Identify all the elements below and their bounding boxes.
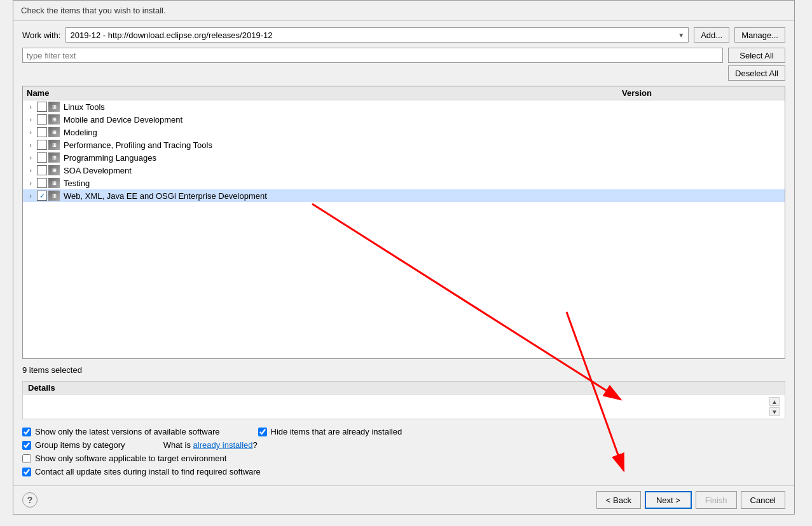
- manage-button[interactable]: Manage...: [734, 27, 785, 43]
- help-button[interactable]: ?: [22, 492, 38, 508]
- filter-input[interactable]: [22, 48, 723, 63]
- option-latest-checkbox[interactable]: [22, 428, 31, 436]
- next-button[interactable]: Next >: [645, 491, 692, 509]
- details-body: ▲ ▼: [23, 394, 785, 419]
- option-applicable[interactable]: Show only software applicable to target …: [22, 454, 226, 463]
- work-with-label: Work with:: [22, 30, 60, 40]
- tree-row[interactable]: ›✓⊞Web, XML, Java EE and OSGi Enterprise…: [23, 189, 785, 202]
- item-checkbox[interactable]: [37, 102, 47, 112]
- option-hide-installed[interactable]: Hide items that are already installed: [258, 427, 403, 436]
- items-selected-status: 9 items selected: [22, 365, 82, 375]
- expander-icon[interactable]: ›: [25, 103, 36, 111]
- item-checkbox[interactable]: ✓: [37, 191, 47, 201]
- item-checkbox[interactable]: [37, 152, 47, 163]
- scroll-up-icon[interactable]: ▲: [769, 397, 780, 406]
- item-checkbox[interactable]: [37, 140, 47, 150]
- option-contact-label: Contact all update sites during install …: [35, 467, 261, 476]
- option-group-checkbox[interactable]: [22, 441, 31, 450]
- item-label: Performance, Profiling and Tracing Tools: [61, 140, 782, 150]
- column-name: Name: [27, 88, 622, 98]
- tree-row[interactable]: ›⊞Performance, Profiling and Tracing Too…: [23, 138, 785, 151]
- item-label: Modeling: [61, 128, 782, 137]
- item-checkbox[interactable]: [37, 127, 47, 137]
- tree-row[interactable]: ›⊞SOA Development: [23, 164, 785, 177]
- expander-icon[interactable]: ›: [25, 166, 36, 174]
- already-installed-link[interactable]: already installed: [193, 440, 253, 450]
- item-label: SOA Development: [61, 166, 782, 175]
- item-label: Programming Languages: [61, 153, 782, 163]
- expander-icon[interactable]: ›: [25, 192, 36, 199]
- combo-arrow-icon: ▼: [678, 32, 684, 39]
- tree-header: Name Version: [23, 86, 785, 100]
- add-button[interactable]: Add...: [694, 27, 729, 43]
- options-row-1: Show only the latest versions of availab…: [22, 427, 785, 436]
- deselect-all-button[interactable]: Deselect All: [728, 65, 785, 81]
- item-icon: ⊞: [48, 102, 60, 112]
- dialog-footer: ? < Back Next > Finish Cancel: [13, 485, 794, 514]
- dialog-body: Work with: 2019-12 - http://download.ecl…: [13, 21, 794, 485]
- details-scroll[interactable]: ▲ ▼: [769, 397, 780, 416]
- column-version: Version: [622, 88, 781, 98]
- tree-body[interactable]: ›⊞Linux Tools›⊞Mobile and Device Develop…: [23, 100, 785, 358]
- options-row-2: Group items by category What is already …: [22, 440, 785, 450]
- expander-icon[interactable]: ›: [25, 179, 36, 187]
- dialog-instruction: Check the items that you wish to install…: [21, 6, 166, 15]
- filter-row: [22, 48, 723, 63]
- option-contact[interactable]: Contact all update sites during install …: [22, 467, 261, 476]
- footer-buttons: < Back Next > Finish Cancel: [596, 491, 785, 509]
- tree-row[interactable]: ›⊞Programming Languages: [23, 151, 785, 164]
- details-header: Details: [23, 382, 785, 394]
- status-row: 9 items selected: [22, 364, 785, 376]
- expander-icon[interactable]: ›: [25, 154, 36, 161]
- option-hide-installed-checkbox[interactable]: [258, 428, 267, 436]
- item-label: Web, XML, Java EE and OSGi Enterprise De…: [61, 191, 782, 201]
- item-icon: ⊞: [48, 152, 60, 163]
- item-icon: ⊞: [48, 140, 60, 150]
- what-is-text: What is: [163, 440, 191, 450]
- finish-button[interactable]: Finish: [696, 491, 737, 509]
- tree-row[interactable]: ›⊞Testing: [23, 177, 785, 189]
- select-all-button[interactable]: Select All: [728, 48, 785, 63]
- details-section: Details ▲ ▼: [22, 381, 785, 419]
- tree-row[interactable]: ›⊞Linux Tools: [23, 100, 785, 113]
- work-with-value: 2019-12 - http://download.eclipse.org/re…: [70, 30, 678, 40]
- work-with-combo[interactable]: 2019-12 - http://download.eclipse.org/re…: [65, 27, 689, 43]
- side-buttons: Select All Deselect All: [728, 48, 785, 81]
- item-checkbox[interactable]: [37, 165, 47, 175]
- item-label: Mobile and Device Development: [61, 115, 782, 125]
- option-hide-installed-label: Hide items that are already installed: [271, 427, 403, 436]
- item-icon: ⊞: [48, 165, 60, 175]
- option-applicable-label: Show only software applicable to target …: [35, 454, 226, 463]
- option-latest-label: Show only the latest versions of availab…: [35, 427, 220, 436]
- item-icon: ⊞: [48, 178, 60, 188]
- option-applicable-checkbox[interactable]: [22, 454, 31, 463]
- tree-container: Name Version ›⊞Linux Tools›⊞Mobile and D…: [22, 86, 785, 359]
- item-icon: ⊞: [48, 127, 60, 137]
- scroll-down-icon[interactable]: ▼: [769, 407, 780, 416]
- tree-row[interactable]: ›⊞Mobile and Device Development: [23, 113, 785, 126]
- cancel-button[interactable]: Cancel: [741, 491, 785, 509]
- expander-icon[interactable]: ›: [25, 141, 36, 149]
- option-latest[interactable]: Show only the latest versions of availab…: [22, 427, 220, 436]
- expander-icon[interactable]: ›: [25, 128, 36, 136]
- already-installed-suffix: ?: [253, 440, 258, 450]
- item-checkbox[interactable]: [37, 178, 47, 188]
- expander-icon[interactable]: ›: [25, 116, 36, 123]
- tree-row[interactable]: ›⊞Modeling: [23, 126, 785, 138]
- item-label: Linux Tools: [61, 102, 782, 112]
- options-row-3: Show only software applicable to target …: [22, 454, 785, 463]
- item-icon: ⊞: [48, 114, 60, 125]
- item-checkbox[interactable]: [37, 114, 47, 125]
- option-group[interactable]: Group items by category: [22, 440, 125, 450]
- install-dialog: Check the items that you wish to install…: [13, 0, 795, 515]
- back-button[interactable]: < Back: [596, 491, 641, 509]
- main-content-area: Name Version ›⊞Linux Tools›⊞Mobile and D…: [22, 86, 785, 359]
- option-group-label: Group items by category: [35, 440, 125, 450]
- options-row-4: Contact all update sites during install …: [22, 467, 785, 476]
- item-icon: ⊞: [48, 191, 60, 201]
- options-section: Show only the latest versions of availab…: [22, 424, 785, 479]
- option-contact-checkbox[interactable]: [22, 468, 31, 476]
- item-label: Testing: [61, 179, 782, 188]
- work-with-row: Work with: 2019-12 - http://download.ecl…: [22, 27, 785, 43]
- what-is-already-installed: What is already installed?: [163, 440, 258, 450]
